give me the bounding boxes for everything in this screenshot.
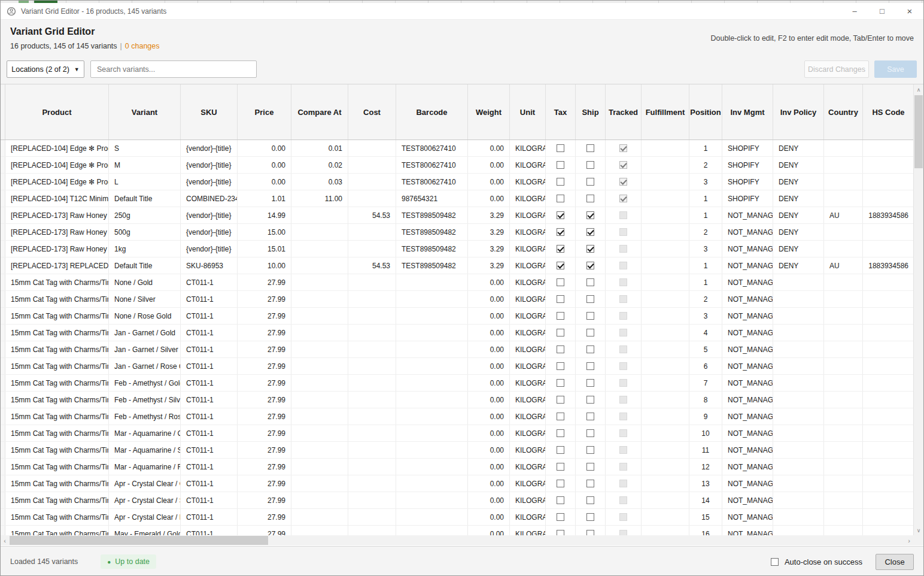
cell-weight[interactable]: 0.00 xyxy=(468,325,510,341)
ship-checkbox[interactable] xyxy=(586,161,594,169)
cell-cost[interactable] xyxy=(348,392,396,408)
cell-price[interactable]: 27.99 xyxy=(238,425,291,441)
cell-compare_at[interactable] xyxy=(291,492,348,508)
cell-cost[interactable] xyxy=(348,442,396,458)
cell-weight[interactable]: 0.00 xyxy=(468,475,510,492)
ship-checkbox[interactable] xyxy=(586,362,594,370)
cell-tax[interactable] xyxy=(546,308,576,324)
cell-variant[interactable]: None / Silver xyxy=(109,291,181,307)
cell-inv_policy[interactable] xyxy=(773,341,824,357)
ship-checkbox[interactable] xyxy=(586,463,594,471)
cell-fulfillment[interactable] xyxy=(642,174,689,190)
cell-country[interactable] xyxy=(824,224,863,240)
cell-compare_at[interactable] xyxy=(291,224,348,240)
cell-inv_mgmt[interactable]: NOT_MANAGED xyxy=(722,459,773,475)
cell-fulfillment[interactable] xyxy=(642,274,689,290)
cell-weight[interactable]: 0.00 xyxy=(468,526,510,535)
cell-tax[interactable] xyxy=(546,375,576,391)
cell-price[interactable]: 27.99 xyxy=(238,442,291,458)
tax-checkbox[interactable] xyxy=(557,262,564,269)
cell-cost[interactable] xyxy=(348,190,396,207)
cell-inv_policy[interactable] xyxy=(773,459,824,475)
cell-unit[interactable]: KILOGRAMS xyxy=(510,425,546,441)
cell-tax[interactable] xyxy=(546,392,576,408)
cell-variant[interactable]: Apr - Crystal Clear / Rose Gold xyxy=(109,509,181,525)
cell-unit[interactable]: KILOGRAMS xyxy=(510,308,546,324)
cell-sku[interactable]: {vendor}-{title} xyxy=(181,157,238,173)
cell-sku[interactable]: {vendor}-{title} xyxy=(181,174,238,190)
cell-unit[interactable]: KILOGRAMS xyxy=(510,358,546,374)
cell-variant[interactable]: 250g xyxy=(109,207,181,223)
cell-sku[interactable]: CT011-1 xyxy=(181,492,238,508)
cell-sku[interactable]: CT011-1 xyxy=(181,358,238,374)
cell-position[interactable]: 1 xyxy=(689,257,722,274)
cell-tracked[interactable] xyxy=(606,241,642,257)
cell-product[interactable]: 15mm Cat Tag with Charms/Tiny xyxy=(5,425,109,441)
cell-tracked[interactable] xyxy=(606,274,642,290)
cell-variant[interactable]: Default Title xyxy=(109,190,181,207)
cell-product[interactable]: [REPLACED-104] Edge ✻ Product xyxy=(5,174,109,190)
cell-unit[interactable]: KILOGRAMS xyxy=(510,291,546,307)
column-header-inv_mgmt[interactable]: Inv Mgmt xyxy=(722,84,773,140)
cell-product[interactable]: 15mm Cat Tag with Charms/Tiny xyxy=(5,274,109,290)
cell-unit[interactable]: KILOGRAMS xyxy=(510,392,546,408)
cell-inv_mgmt[interactable]: NOT_MANAGED xyxy=(722,392,773,408)
cell-tax[interactable] xyxy=(546,526,576,535)
cell-sku[interactable]: CT011-1 xyxy=(181,475,238,492)
cell-country[interactable] xyxy=(824,509,863,525)
cell-inv_mgmt[interactable]: NOT_MANAGED xyxy=(722,442,773,458)
ship-checkbox[interactable] xyxy=(586,413,594,420)
cell-inv_policy[interactable] xyxy=(773,475,824,492)
cell-weight[interactable]: 0.00 xyxy=(468,425,510,441)
cell-cost[interactable] xyxy=(348,140,396,156)
cell-product[interactable]: 15mm Cat Tag with Charms/Tiny xyxy=(5,325,109,341)
cell-ship[interactable] xyxy=(576,207,606,223)
cell-inv_policy[interactable]: DENY xyxy=(773,140,824,156)
cell-position[interactable]: 6 xyxy=(689,358,722,374)
horizontal-scrollbar-thumb[interactable] xyxy=(10,536,268,545)
cell-product[interactable]: 15mm Cat Tag with Charms/Tiny xyxy=(5,509,109,525)
cell-tracked[interactable] xyxy=(606,308,642,324)
cell-tax[interactable] xyxy=(546,442,576,458)
cell-fulfillment[interactable] xyxy=(642,157,689,173)
discard-changes-button[interactable]: Discard Changes xyxy=(804,60,869,78)
cell-fulfillment[interactable] xyxy=(642,257,689,274)
cell-compare_at[interactable] xyxy=(291,257,348,274)
ship-checkbox[interactable] xyxy=(586,513,594,521)
cell-inv_mgmt[interactable]: NOT_MANAGED xyxy=(722,341,773,357)
cell-fulfillment[interactable] xyxy=(642,459,689,475)
cell-ship[interactable] xyxy=(576,274,606,290)
cell-tracked[interactable] xyxy=(606,492,642,508)
scroll-right-icon[interactable]: › xyxy=(905,535,913,545)
cell-tracked[interactable] xyxy=(606,526,642,535)
cell-position[interactable]: 7 xyxy=(689,375,722,391)
cell-tracked[interactable] xyxy=(606,257,642,274)
cell-product[interactable]: 15mm Cat Tag with Charms/Tiny xyxy=(5,492,109,508)
cell-ship[interactable] xyxy=(576,224,606,240)
cell-position[interactable]: 1 xyxy=(689,274,722,290)
cell-ship[interactable] xyxy=(576,257,606,274)
column-header-inv_policy[interactable]: Inv Policy xyxy=(773,84,824,140)
tax-checkbox[interactable] xyxy=(557,362,564,370)
cell-hs_code[interactable] xyxy=(863,174,914,190)
cell-tracked[interactable] xyxy=(606,425,642,441)
cell-cost[interactable] xyxy=(348,475,396,492)
cell-price[interactable]: 0.00 xyxy=(238,140,291,156)
cell-compare_at[interactable] xyxy=(291,207,348,223)
cell-weight[interactable]: 0.00 xyxy=(468,408,510,425)
cell-product[interactable]: 15mm Cat Tag with Charms/Tiny xyxy=(5,375,109,391)
cell-product[interactable]: [REPLACED-173] Raw Honey - R xyxy=(5,224,109,240)
cell-tracked[interactable] xyxy=(606,475,642,492)
cell-cost[interactable]: 54.53 xyxy=(348,257,396,274)
column-header-hs_code[interactable]: HS Code xyxy=(863,84,914,140)
cell-cost[interactable] xyxy=(348,526,396,535)
cell-inv_mgmt[interactable]: NOT_MANAGED xyxy=(722,291,773,307)
cell-sku[interactable]: SKU-86953 xyxy=(181,257,238,274)
cell-unit[interactable]: KILOGRAMS xyxy=(510,174,546,190)
cell-unit[interactable]: KILOGRAMS xyxy=(510,526,546,535)
cell-tracked[interactable] xyxy=(606,341,642,357)
cell-fulfillment[interactable] xyxy=(642,442,689,458)
cell-hs_code[interactable] xyxy=(863,392,914,408)
cell-price[interactable]: 0.00 xyxy=(238,174,291,190)
cell-barcode[interactable] xyxy=(396,475,468,492)
